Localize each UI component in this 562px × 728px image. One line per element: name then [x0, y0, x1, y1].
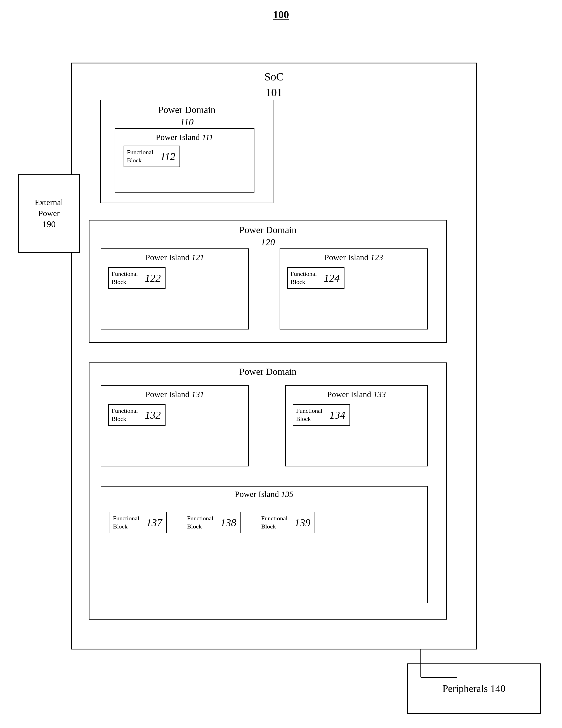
functional-block-112: Functional Block 112	[124, 146, 180, 167]
fb-138-number: 138	[216, 515, 240, 530]
power-island-135-title: Power Island 135	[101, 489, 427, 499]
fb-112-label: Functional Block	[124, 146, 156, 167]
fb-row-135: Functional Block 137 Functional Block 13…	[110, 512, 315, 533]
power-island-133: Power Island 133 Functional Block 134	[285, 385, 428, 466]
fb-122-wrap: Functional Block 122	[108, 267, 165, 289]
functional-block-137: Functional Block 137	[110, 512, 167, 533]
fb-122-label: Functional Block	[109, 268, 141, 288]
power-island-123-title: Power Island 123	[280, 252, 427, 263]
fb-137-number: 137	[142, 515, 166, 530]
power-island-135: Power Island 135 Functional Block 137 Fu…	[101, 486, 428, 603]
power-island-121-title: Power Island 121	[101, 252, 248, 263]
fb-137-label: Functional Block	[110, 512, 142, 533]
fb-134-number: 134	[325, 407, 350, 423]
power-island-131-title: Power Island 131	[101, 389, 248, 400]
power-island-123: Power Island 123 Functional Block 124	[279, 248, 428, 329]
power-domain-120-title: Power Domain 120	[89, 224, 446, 248]
fb-139-number: 139	[290, 515, 315, 530]
soc-box: SoC 101 Power Domain 110 Power Island 11…	[71, 63, 477, 649]
functional-block-134: Functional Block 134	[293, 404, 350, 426]
fb-138-label: Functional Block	[184, 512, 216, 533]
power-domain-120: Power Domain 120 Power Island 121 Functi…	[89, 220, 447, 343]
fb-124-label: Functional Block	[288, 268, 320, 288]
fb-134-label: Functional Block	[293, 405, 325, 425]
power-domain-110: Power Domain 110 Power Island 111 Functi…	[100, 100, 273, 203]
fb-134-wrap: Functional Block 134	[293, 404, 350, 426]
peripherals-label: Peripherals 140	[443, 683, 506, 694]
power-domain-110-title: Power Domain 110	[101, 104, 273, 128]
functional-block-122: Functional Block 122	[108, 267, 165, 289]
power-domain-130: Power Domain Power Island 131 Functional…	[89, 362, 447, 620]
fb-139-label: Functional Block	[258, 512, 290, 533]
external-power-box: External Power 190	[18, 174, 80, 253]
fb-124-number: 124	[320, 271, 344, 286]
soc-title: SoC 101	[72, 69, 476, 100]
power-island-133-title: Power Island 133	[286, 389, 427, 400]
power-island-121: Power Island 121 Functional Block 122	[101, 248, 249, 329]
fb-122-number: 122	[141, 271, 165, 286]
functional-block-138: Functional Block 138	[184, 512, 241, 533]
fb-132-label: Functional Block	[109, 405, 141, 425]
power-island-111: Power Island 111 Functional Block 112	[115, 128, 254, 193]
fb-124-wrap: Functional Block 124	[287, 267, 345, 289]
fb-112-wrap: Functional Block 112	[124, 146, 180, 167]
fb-132-wrap: Functional Block 132	[108, 404, 165, 426]
power-island-111-title: Power Island 111	[115, 132, 254, 143]
external-power-label: External Power 190	[35, 197, 63, 230]
fb-132-number: 132	[141, 407, 165, 423]
fb-112-number: 112	[156, 149, 179, 164]
peripherals-box: Peripherals 140	[407, 663, 541, 714]
functional-block-124: Functional Block 124	[287, 267, 345, 289]
functional-block-132: Functional Block 132	[108, 404, 165, 426]
functional-block-139: Functional Block 139	[258, 512, 315, 533]
power-domain-130-title: Power Domain	[89, 366, 446, 377]
power-island-131: Power Island 131 Functional Block 132	[101, 385, 249, 466]
page-title: 100	[0, 8, 562, 21]
